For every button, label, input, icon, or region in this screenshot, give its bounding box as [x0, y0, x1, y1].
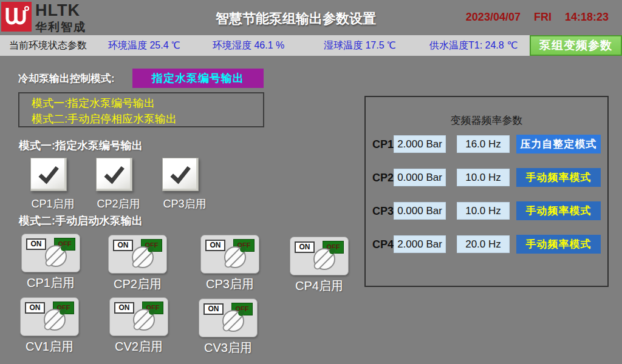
frequency-field[interactable]: 16.0 Hz	[457, 135, 510, 153]
pump-manual-switch[interactable]: ON OFF CV3启用	[199, 298, 258, 337]
rotary-knob-icon[interactable]	[310, 244, 338, 272]
switch-body: ON OFF	[21, 234, 80, 272]
vfd-frequency-panel: 变频器频率参数 CP1 2.000 Bar 16.0 Hz 压力自整定模式 CP…	[364, 96, 609, 287]
time-text: 14:18:23	[565, 11, 609, 24]
switch-label: CV2启用	[109, 339, 168, 355]
checkbox-label: CP3启用	[163, 197, 207, 211]
vfd-mode-button[interactable]: 手动频率模式	[516, 168, 601, 187]
brand-name: HLTK	[35, 1, 80, 20]
pressure-field[interactable]: 0.000 Bar	[394, 169, 446, 186]
pump-enable-checkbox[interactable]: CP3启用	[162, 158, 199, 191]
checkbox-button[interactable]	[162, 158, 199, 191]
rotary-knob-icon[interactable]	[41, 305, 69, 332]
datetime: 2023/04/07 FRI 14:18:23	[466, 11, 609, 24]
status-bar-label: 当前环境状态参数	[9, 39, 87, 52]
switch-body: ON OFF	[108, 235, 167, 274]
switch-body: ON OFF	[200, 235, 259, 274]
vfd-mode-button[interactable]: 手动频率模式	[516, 201, 601, 220]
page-title: 智慧节能泵组输出参数设置	[183, 10, 408, 28]
frequency-field[interactable]: 10.0 Hz	[457, 169, 510, 186]
status-metric-env-temperature: 环境温度 25.4 ℃	[108, 39, 180, 52]
switch-label: CP2启用	[108, 276, 167, 292]
pressure-field[interactable]: 2.000 Bar	[394, 135, 446, 153]
status-metric-env-humidity: 环境湿度 46.1 %	[213, 39, 284, 52]
vfd-mode-button[interactable]: 压力自整定模式	[516, 135, 601, 153]
pump-vfd-params-button[interactable]: 泵组变频参数	[530, 35, 622, 56]
rotary-knob-icon[interactable]	[130, 305, 158, 332]
vfd-panel-title: 变频器频率参数	[366, 113, 607, 127]
frequency-field[interactable]: 20.0 Hz	[457, 235, 510, 253]
switch-body: ON OFF	[109, 297, 168, 336]
mode-description-2: 模式二:手动启停相应水泵输出	[32, 111, 263, 127]
pump-manual-switch[interactable]: ON OFF CP2启用	[108, 235, 167, 274]
pump-manual-switch[interactable]: ON OFF CV1启用	[20, 297, 79, 336]
pressure-field[interactable]: 0.000 Bar	[394, 202, 446, 220]
mode-description-box: 模式一:指定水泵编号输出 模式二:手动启停相应水泵输出	[18, 92, 264, 127]
vfd-pump-label: CP3	[372, 205, 394, 218]
pump-manual-switch[interactable]: ON OFF CP3启用	[200, 235, 259, 274]
status-metric-supply-temperature: 供水温度T1: 24.8 ℃	[429, 39, 518, 52]
pump-manual-switch[interactable]: ON OFF CP4启用	[290, 237, 349, 275]
brand-name-cn: 华利智成	[35, 19, 86, 35]
switch-label: CP3启用	[200, 276, 259, 292]
checkmark-icon	[100, 162, 128, 187]
switch-label: CV3启用	[199, 340, 258, 356]
switch-label: CP4启用	[290, 278, 349, 294]
checkmark-icon	[35, 162, 63, 187]
status-metric-wetbulb-temperature: 湿球温度 17.5 ℃	[324, 39, 396, 52]
switch-body: ON OFF	[290, 237, 349, 275]
pump-enable-checkbox[interactable]: CP1启用	[30, 158, 67, 191]
rotary-knob-icon[interactable]	[221, 242, 249, 270]
vfd-pump-label: CP4	[372, 238, 394, 251]
mode-description-1: 模式一:指定水泵编号输出	[32, 95, 263, 111]
mode2-heading: 模式二:手动启动水泵输出	[19, 214, 143, 228]
status-bar: 当前环境状态参数 泵组变频参数 环境温度 25.4 ℃环境湿度 46.1 %湿球…	[0, 35, 622, 56]
pump-enable-checkbox[interactable]: CP2启用	[96, 158, 132, 191]
control-mode-selector-button[interactable]: 指定水泵编号输出	[132, 69, 264, 88]
control-mode-label: 冷却泵输出控制模式:	[18, 72, 115, 86]
mode1-heading: 模式一:指定水泵编号输出	[19, 138, 143, 153]
hmi-screen: HLTK 华利智成 智慧节能泵组输出参数设置 2023/04/07 FRI 14…	[0, 0, 622, 364]
rotary-knob-icon[interactable]	[42, 241, 70, 269]
frequency-field[interactable]: 10.0 Hz	[457, 202, 510, 220]
checkbox-label: CP2启用	[97, 197, 140, 211]
vfd-pump-label: CP1	[372, 138, 394, 151]
switch-body: ON OFF	[199, 298, 258, 337]
weekday-text: FRI	[534, 11, 552, 24]
company-logo-icon	[1, 2, 32, 32]
date-text: 2023/04/07	[466, 11, 521, 24]
vfd-pump-label: CP2	[372, 172, 394, 184]
switch-body: ON OFF	[20, 297, 79, 336]
switch-label: CV1启用	[20, 339, 79, 355]
rotary-knob-icon[interactable]	[129, 242, 157, 270]
vfd-mode-button[interactable]: 手动频率模式	[516, 235, 601, 254]
vfd-row: CP3 0.000 Bar 10.0 Hz 手动频率模式	[366, 202, 607, 221]
checkbox-label: CP1启用	[32, 197, 75, 211]
vfd-row: CP4 2.000 Bar 20.0 Hz 手动频率模式	[366, 235, 607, 254]
vfd-row: CP1 2.000 Bar 16.0 Hz 压力自整定模式	[366, 135, 607, 154]
header: HLTK 华利智成 智慧节能泵组输出参数设置 2023/04/07 FRI 14…	[0, 0, 622, 35]
rotary-knob-icon[interactable]	[219, 306, 247, 334]
pump-manual-switch[interactable]: ON OFF CV2启用	[109, 297, 168, 336]
checkbox-button[interactable]	[30, 158, 67, 191]
pump-manual-switch[interactable]: ON OFF CP1启用	[21, 234, 80, 272]
pressure-field[interactable]: 2.000 Bar	[394, 235, 446, 253]
switch-label: CP1启用	[21, 275, 80, 291]
vfd-row: CP2 0.000 Bar 10.0 Hz 手动频率模式	[366, 169, 607, 187]
checkmark-icon	[166, 162, 194, 187]
checkbox-button[interactable]	[96, 158, 132, 191]
